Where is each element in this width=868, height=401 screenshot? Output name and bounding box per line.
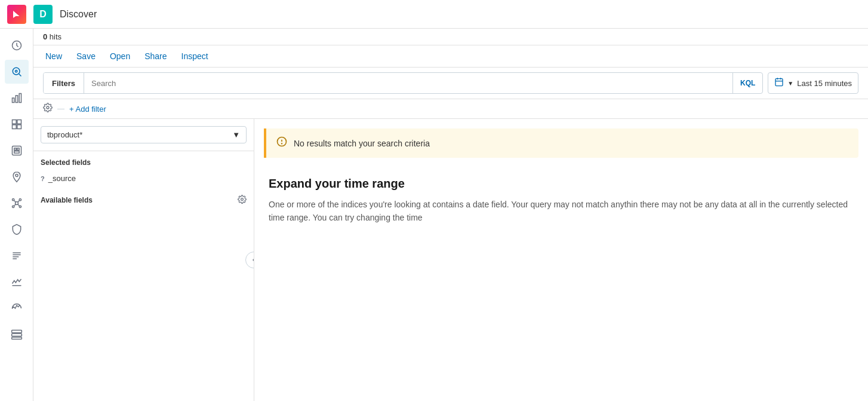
svg-rect-13 (17, 148, 19, 150)
svg-point-37 (47, 106, 49, 109)
sidebar-icon-visualize[interactable] (5, 86, 29, 110)
svg-rect-4 (12, 98, 14, 103)
sidebar-icon-canvas[interactable] (5, 139, 29, 163)
search-bar-row: Filters KQL ▼ Last 15 minutes (33, 68, 868, 99)
sidebar-icon-uptime[interactable] (5, 296, 29, 320)
sidebar-icon-discover[interactable] (5, 60, 29, 84)
svg-point-41 (282, 143, 282, 144)
discovery-body: tbproduct* ▼ Selected fields ? _source A… (33, 119, 868, 401)
save-button[interactable]: Save (74, 50, 98, 62)
app-title: Discover (60, 9, 97, 20)
sidebar-icon-apm[interactable] (5, 270, 29, 294)
field-name: _source (48, 174, 76, 183)
svg-line-24 (17, 204, 19, 206)
sidebar (0, 29, 33, 401)
svg-line-23 (14, 204, 15, 206)
inspect-button[interactable]: Inspect (179, 50, 211, 62)
discover-app-icon: D (33, 5, 53, 24)
svg-point-20 (19, 206, 21, 207)
svg-rect-9 (12, 125, 16, 129)
svg-point-2 (15, 71, 17, 72)
field-type-badge: ? (41, 175, 45, 182)
sidebar-icon-infra[interactable] (5, 323, 29, 347)
kql-badge[interactable]: KQL (732, 73, 762, 93)
svg-line-22 (17, 201, 19, 203)
calendar-icon (774, 77, 784, 89)
svg-point-19 (12, 206, 14, 207)
hits-label: hits (50, 32, 61, 41)
filter-row: + Add filter (33, 99, 868, 119)
index-selector: tbproduct* ▼ (33, 119, 254, 151)
svg-point-38 (241, 198, 244, 201)
index-value: tbproduct* (47, 130, 82, 139)
top-bar: D Discover (0, 0, 868, 29)
toolbar: New Save Open Share Inspect (33, 45, 868, 68)
kibana-logo (7, 5, 26, 24)
expand-title: Expand your time range (269, 177, 854, 191)
main-layout: 0 hits New Save Open Share Inspect Filte… (0, 29, 868, 401)
sidebar-icon-ml[interactable] (5, 191, 29, 215)
content-area: 0 hits New Save Open Share Inspect Filte… (33, 29, 868, 401)
expand-section: Expand your time range One or more of th… (254, 167, 868, 234)
hit-count: 0 (43, 32, 47, 41)
hits-bar: 0 hits (33, 29, 868, 45)
selected-fields-title: Selected fields (41, 158, 247, 167)
svg-rect-31 (11, 333, 21, 336)
svg-rect-11 (12, 146, 21, 155)
filter-divider (57, 109, 64, 109)
dropdown-chevron-icon: ▼ (232, 130, 240, 139)
svg-rect-33 (775, 79, 783, 86)
search-input[interactable] (84, 79, 732, 88)
fields-settings-button[interactable] (238, 195, 247, 206)
svg-point-1 (13, 68, 20, 75)
svg-rect-5 (16, 96, 17, 103)
svg-rect-32 (11, 337, 21, 339)
sidebar-icon-siem[interactable] (5, 218, 29, 241)
open-button[interactable]: Open (107, 50, 133, 62)
svg-point-15 (15, 174, 17, 176)
no-results-banner: No results match your search criteria (264, 128, 858, 158)
sidebar-icon-logs[interactable] (5, 244, 29, 268)
svg-rect-30 (11, 330, 21, 333)
svg-line-21 (14, 201, 15, 203)
filter-gear-button[interactable] (43, 103, 53, 115)
share-button[interactable]: Share (142, 50, 169, 62)
svg-rect-14 (14, 151, 19, 153)
svg-line-3 (19, 74, 21, 76)
search-container: Filters KQL (43, 72, 763, 94)
left-panel: tbproduct* ▼ Selected fields ? _source A… (33, 119, 254, 401)
svg-rect-7 (12, 120, 16, 124)
warning-icon (276, 136, 288, 151)
svg-rect-6 (19, 94, 21, 103)
add-filter-button[interactable]: + Add filter (69, 105, 106, 114)
index-dropdown[interactable]: tbproduct* ▼ (41, 126, 247, 143)
right-panel: No results match your search criteria Ex… (254, 119, 868, 401)
available-fields-title: Available fields (41, 196, 93, 204)
chevron-down-icon: ▼ (787, 80, 793, 87)
svg-rect-10 (17, 125, 21, 129)
sidebar-icon-clock[interactable] (5, 33, 29, 57)
sidebar-icon-maps[interactable] (5, 165, 29, 189)
new-button[interactable]: New (43, 50, 64, 62)
svg-rect-12 (14, 148, 16, 150)
no-results-message: No results match your search criteria (294, 139, 430, 148)
list-item: ? _source (41, 172, 247, 185)
fields-section: Selected fields ? _source Available fiel… (33, 151, 254, 401)
date-label: Last 15 minutes (797, 79, 852, 88)
svg-point-18 (19, 199, 21, 201)
date-picker[interactable]: ▼ Last 15 minutes (768, 72, 858, 94)
expand-description: One or more of the indices you're lookin… (269, 198, 854, 225)
available-fields-header: Available fields (41, 195, 247, 206)
svg-point-17 (12, 199, 14, 201)
svg-rect-8 (17, 120, 21, 124)
sidebar-icon-dashboard[interactable] (5, 112, 29, 136)
filters-tab[interactable]: Filters (44, 73, 84, 93)
